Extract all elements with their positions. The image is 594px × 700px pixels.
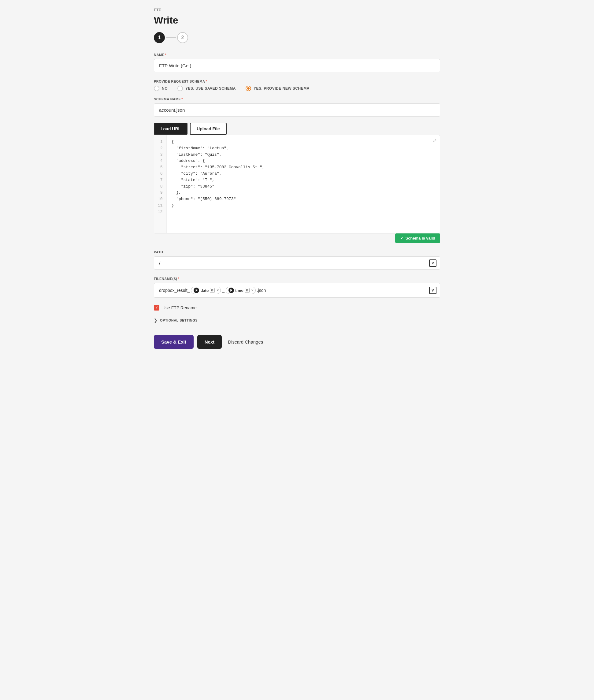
- schema-name-required-star: *: [182, 97, 183, 101]
- path-input[interactable]: [154, 256, 440, 269]
- code-editor: ⤢ 1 2 3 4 5 6 7 8 9 10 11 12 { "firstNam…: [154, 135, 440, 233]
- func-badge-date: F: [194, 288, 199, 293]
- path-input-wrapper: V: [154, 256, 440, 269]
- path-section: PATH V: [154, 250, 440, 269]
- checkmark-icon: ✓: [400, 236, 403, 241]
- token-time-text: time: [235, 288, 243, 293]
- step-1[interactable]: 1: [154, 32, 165, 43]
- chevron-right-icon: ❯: [154, 318, 158, 323]
- token-date-settings-icon[interactable]: ⊟: [210, 288, 215, 293]
- name-required-star: *: [165, 53, 166, 57]
- code-editor-inner: 1 2 3 4 5 6 7 8 9 10 11 12 { "firstName"…: [154, 135, 440, 233]
- ftp-rename-label: Use FTP Rename: [162, 305, 197, 310]
- ftp-rename-row: Use FTP Rename: [154, 305, 440, 311]
- step-2[interactable]: 2: [177, 32, 188, 43]
- radio-saved[interactable]: YES, USE SAVED SCHEMA: [177, 86, 236, 91]
- breadcrumb: FTP: [154, 7, 440, 12]
- name-label: NAME*: [154, 53, 440, 57]
- page-container: FTP Write 1 2 NAME* PROVIDE REQUEST SCHE…: [144, 0, 450, 700]
- filenames-wrapper: dropbox_result_ F date ⊟ × _ F time ⊟ × …: [154, 283, 440, 298]
- breadcrumb-link[interactable]: FTP: [154, 8, 162, 12]
- footer-buttons: Save & Exit Next Discard Changes: [154, 335, 440, 349]
- token-time-close-icon[interactable]: ×: [252, 288, 254, 292]
- filename-separator: _: [222, 288, 225, 293]
- filenames-variable-icon[interactable]: V: [429, 287, 436, 294]
- token-date-text: date: [200, 288, 208, 293]
- code-content[interactable]: { "firstName": "Lectus", "lastName": "Qu…: [167, 135, 440, 233]
- path-label: PATH: [154, 250, 440, 254]
- schema-label: PROVIDE REQUEST SCHEMA*: [154, 79, 440, 83]
- filename-prefix: dropbox_result_: [159, 288, 190, 293]
- token-time: F time ⊟ ×: [226, 287, 256, 294]
- schema-valid-badge-container: ✓ Schema is valid: [154, 233, 440, 243]
- radio-no[interactable]: NO: [154, 86, 168, 91]
- steps-container: 1 2: [154, 32, 440, 43]
- expand-icon[interactable]: ⤢: [433, 138, 437, 144]
- optional-settings[interactable]: ❯ OPTIONAL SETTINGS: [154, 318, 440, 323]
- schema-section: PROVIDE REQUEST SCHEMA* NO YES, USE SAVE…: [154, 79, 440, 243]
- filenames-input[interactable]: dropbox_result_ F date ⊟ × _ F time ⊟ × …: [154, 283, 440, 298]
- radio-new-indicator: [245, 86, 251, 91]
- line-numbers: 1 2 3 4 5 6 7 8 9 10 11 12: [154, 135, 167, 233]
- token-time-settings-icon[interactable]: ⊟: [245, 288, 250, 293]
- schema-toolbar: Load URL Upload File: [154, 120, 440, 135]
- page-title: Write: [154, 15, 440, 26]
- schema-required-star: *: [205, 79, 207, 83]
- schema-valid-badge: ✓ Schema is valid: [395, 233, 440, 243]
- name-section: NAME*: [154, 53, 440, 72]
- radio-saved-indicator: [177, 86, 183, 91]
- filenames-section: FILENAME(S)* dropbox_result_ F date ⊟ × …: [154, 277, 440, 298]
- name-input[interactable]: [154, 59, 440, 72]
- schema-name-input[interactable]: [154, 103, 440, 117]
- step-connector: [166, 37, 176, 38]
- radio-group: NO YES, USE SAVED SCHEMA YES, PROVIDE NE…: [154, 86, 440, 91]
- token-date-close-icon[interactable]: ×: [217, 288, 219, 292]
- save-exit-button[interactable]: Save & Exit: [154, 335, 194, 349]
- path-variable-icon[interactable]: V: [429, 259, 436, 267]
- filenames-required-star: *: [178, 277, 179, 281]
- optional-settings-label: OPTIONAL SETTINGS: [160, 318, 198, 322]
- upload-file-button[interactable]: Upload File: [190, 123, 226, 135]
- filename-suffix: .json: [257, 288, 266, 293]
- filenames-label: FILENAME(S)*: [154, 277, 440, 281]
- radio-new[interactable]: YES, PROVIDE NEW SCHEMA: [245, 86, 309, 91]
- discard-button[interactable]: Discard Changes: [225, 335, 265, 349]
- radio-no-indicator: [154, 86, 159, 91]
- next-button[interactable]: Next: [197, 335, 222, 349]
- ftp-rename-checkbox[interactable]: [154, 305, 159, 311]
- schema-name-label: SCHEMA NAME*: [154, 97, 440, 101]
- token-date: F date ⊟ ×: [191, 287, 221, 294]
- load-url-button[interactable]: Load URL: [154, 123, 188, 135]
- func-badge-time: F: [229, 288, 234, 293]
